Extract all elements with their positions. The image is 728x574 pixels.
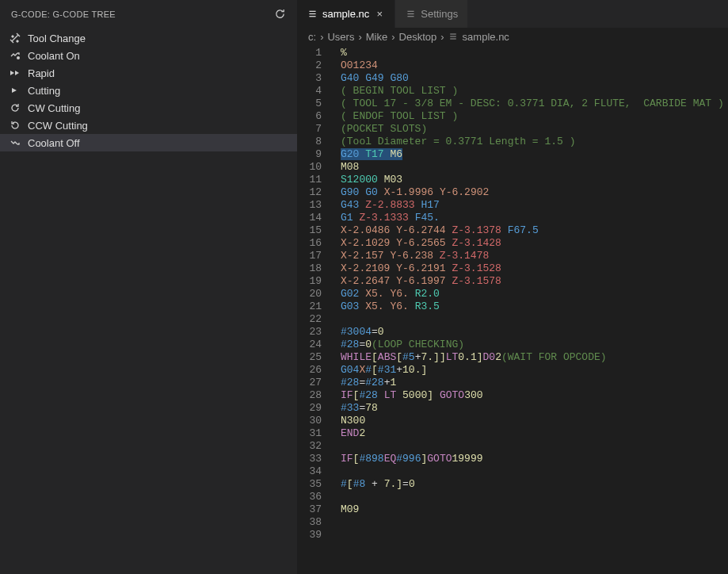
code-line[interactable] xyxy=(341,440,728,453)
code-token xyxy=(501,224,508,236)
code-line[interactable]: WHILE[ABS[#5+7.]]LT0.1]D02(WAIT FOR OPCO… xyxy=(341,351,728,364)
refresh-icon[interactable] xyxy=(273,8,286,21)
code-line[interactable]: X-2.157 Y-6.238 Z-3.1478 xyxy=(341,250,728,262)
tree-item-label: Tool Change xyxy=(28,33,86,44)
code-line[interactable]: M08 xyxy=(341,161,728,174)
code-token: GOTO xyxy=(440,389,464,401)
code-area[interactable]: 1234567891011121314151617181920212223242… xyxy=(297,45,728,574)
code-token xyxy=(409,288,415,300)
code-token xyxy=(433,186,440,198)
code-line[interactable] xyxy=(341,465,728,478)
code-token: ABS xyxy=(378,351,396,363)
code-token: # xyxy=(365,364,372,376)
line-number: 25 xyxy=(297,351,322,364)
close-icon[interactable]: × xyxy=(374,8,385,20)
code-token: F45. xyxy=(415,212,440,224)
line-number: 5 xyxy=(297,98,322,110)
code-line[interactable]: ( ENDOF TOOL LIST ) xyxy=(341,110,728,123)
sidebar-title: G-CODE: G-CODE TREE xyxy=(11,10,116,19)
code-line[interactable]: ( TOOL 17 - 3/8 EM - DESC: 0.3771 DIA, 2… xyxy=(341,98,728,110)
code-token: ( BEGIN TOOL LIST ) xyxy=(341,85,458,97)
code-line[interactable]: X-2.2647 Y-6.1997 Z-3.1578 xyxy=(341,275,728,288)
line-number: 12 xyxy=(297,186,322,199)
coolant-on-icon xyxy=(9,49,21,62)
code-token: 7. xyxy=(384,478,397,490)
code-token: M08 xyxy=(341,161,359,173)
code-token: Y-6.2191 xyxy=(396,262,445,274)
tree-item-label: CCW Cutting xyxy=(28,120,88,132)
code-line[interactable]: G20 T17 M6 xyxy=(341,148,728,161)
code-line[interactable]: #[#8 + 7.]=0 xyxy=(341,478,728,491)
code-line[interactable]: X-2.2109 Y-6.2191 Z-3.1528 xyxy=(341,262,728,275)
code-content[interactable]: %O01234G40 G49 G80( BEGIN TOOL LIST )( T… xyxy=(333,47,728,574)
breadcrumb-segment[interactable]: Users xyxy=(327,31,354,43)
code-line[interactable]: #28=#28+1 xyxy=(341,377,728,389)
code-line[interactable]: (Tool Diameter = 0.3771 Length = 1.5 ) xyxy=(341,136,728,148)
code-token: G02 xyxy=(341,288,359,300)
code-token: #3004 xyxy=(341,326,372,338)
sidebar: G-CODE: G-CODE TREE Tool ChangeCoolant O… xyxy=(0,0,297,574)
tree-item-rapid[interactable]: Rapid xyxy=(0,64,297,82)
tab-sample-nc[interactable]: sample.nc× xyxy=(297,0,395,28)
code-line[interactable]: G1 Z-3.1333 F45. xyxy=(341,212,728,224)
code-line[interactable]: (POCKET SLOTS) xyxy=(341,123,728,136)
code-line[interactable]: G02 X5. Y6. R2.0 xyxy=(341,288,728,300)
tree-item-coolant-on[interactable]: Coolant On xyxy=(0,47,297,64)
tree-item-cutting[interactable]: Cutting xyxy=(0,82,297,99)
code-line[interactable]: S12000 M03 xyxy=(341,174,728,186)
code-line[interactable]: X-2.1029 Y-6.2565 Z-3.1428 xyxy=(341,237,728,250)
tree-item-cw[interactable]: CW Cutting xyxy=(0,99,297,117)
code-line[interactable]: N300 xyxy=(341,415,728,427)
code-token xyxy=(433,250,440,262)
code-line[interactable]: G43 Z-2.8833 H17 xyxy=(341,199,728,212)
line-number: 8 xyxy=(297,136,322,148)
code-token: D0 xyxy=(483,351,496,363)
code-token: G03 xyxy=(341,300,359,312)
tab-settings[interactable]: Settings xyxy=(395,0,468,28)
breadcrumb-segment[interactable]: c: xyxy=(308,31,316,43)
code-line[interactable] xyxy=(341,491,728,503)
code-line[interactable] xyxy=(341,529,728,541)
list-icon xyxy=(307,9,318,20)
code-token: G40 xyxy=(341,72,359,84)
code-line[interactable]: IF[#898EQ#996]GOTO19999 xyxy=(341,453,728,465)
gcode-tree: Tool ChangeCoolant OnRapidCuttingCW Cutt… xyxy=(0,28,297,151)
tree-item-coolant-off[interactable]: Coolant Off xyxy=(0,134,297,151)
code-token: G04 xyxy=(341,364,359,376)
code-token: 0 xyxy=(378,326,384,338)
breadcrumb-file[interactable]: sample.nc xyxy=(463,31,509,43)
code-line[interactable] xyxy=(341,313,728,326)
line-number: 17 xyxy=(297,250,322,262)
tree-item-tool-change[interactable]: Tool Change xyxy=(0,29,297,47)
line-number: 31 xyxy=(297,427,322,440)
code-line[interactable]: #28=0(LOOP CHECKING) xyxy=(341,339,728,351)
code-line[interactable]: O01234 xyxy=(341,59,728,72)
code-line[interactable]: M09 xyxy=(341,503,728,516)
line-number: 37 xyxy=(297,503,322,516)
breadcrumb-segment[interactable]: Desktop xyxy=(399,31,437,43)
code-line[interactable]: G90 G0 X-1.9996 Y-6.2902 xyxy=(341,186,728,199)
line-number: 2 xyxy=(297,59,322,72)
code-line[interactable]: END2 xyxy=(341,427,728,440)
code-line[interactable]: #33=78 xyxy=(341,402,728,415)
code-token: R3.5 xyxy=(415,300,440,312)
breadcrumb-segment[interactable]: Mike xyxy=(366,31,387,43)
code-token: 19999 xyxy=(452,453,483,465)
code-line[interactable]: X-2.0486 Y-6.2744 Z-3.1378 F67.5 xyxy=(341,224,728,237)
code-token: IF xyxy=(341,453,353,465)
code-line[interactable] xyxy=(341,516,728,529)
code-line[interactable]: #3004=0 xyxy=(341,326,728,339)
tree-item-ccw[interactable]: CCW Cutting xyxy=(0,117,297,134)
code-token: ( ENDOF TOOL LIST ) xyxy=(341,110,458,122)
code-token: Y6. xyxy=(390,300,408,312)
code-token xyxy=(396,389,402,401)
code-token: EQ xyxy=(384,453,397,465)
line-number: 23 xyxy=(297,326,322,339)
code-line[interactable]: IF[#28 LT 5000] GOTO300 xyxy=(341,389,728,402)
code-line[interactable]: G03 X5. Y6. R3.5 xyxy=(341,300,728,313)
code-line[interactable]: G04X#[#31+10.] xyxy=(341,364,728,377)
code-token: ]] xyxy=(433,351,446,363)
code-line[interactable]: % xyxy=(341,47,728,59)
code-line[interactable]: ( BEGIN TOOL LIST ) xyxy=(341,85,728,98)
code-line[interactable]: G40 G49 G80 xyxy=(341,72,728,85)
